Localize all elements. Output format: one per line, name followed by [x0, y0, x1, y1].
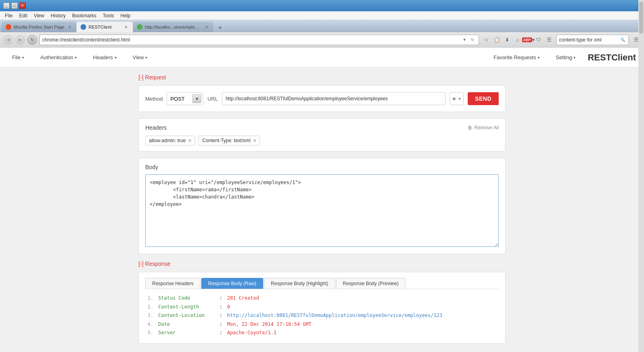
tab-response-body-highlight[interactable]: Response Body (Highlight) — [264, 278, 335, 289]
file-chevron-icon: ▾ — [22, 56, 24, 60]
search-input[interactable] — [559, 37, 619, 43]
tab-response-body-raw[interactable]: Response Body (Raw) — [201, 278, 263, 289]
resp-key-3: Date — [158, 320, 215, 329]
menu-edit[interactable]: Edit — [16, 12, 31, 19]
back-button[interactable]: ◀ — [3, 35, 13, 45]
extra-icon-2[interactable]: ☰ — [544, 35, 554, 45]
nav-setting[interactable]: Setting ▾ — [552, 52, 580, 63]
close-button[interactable]: ✕ — [19, 2, 26, 9]
menu-help[interactable]: Help — [117, 12, 134, 19]
menu-bookmarks[interactable]: Bookmarks — [69, 12, 99, 19]
window-controls: _ □ ✕ — [3, 2, 26, 9]
reload-button[interactable]: ↻ — [27, 35, 37, 45]
forward-button[interactable]: ▶ — [15, 35, 25, 45]
menu-history[interactable]: History — [47, 12, 69, 19]
bookmark-star-icon[interactable]: ☆ — [481, 35, 491, 45]
setting-chevron-icon: ▾ — [574, 56, 576, 60]
tab-url-label: http://localho...vice/employees — [145, 25, 201, 29]
tab-restclient-close[interactable]: ✕ — [123, 24, 129, 30]
header-tag-1: Content-Type: text/xml ✕ — [198, 136, 260, 145]
resp-num-1: 2. — [145, 303, 153, 312]
menu-tools[interactable]: Tools — [99, 12, 117, 19]
reload-icon[interactable]: ↻ — [469, 36, 476, 43]
search-bar[interactable]: 🔍 — [556, 35, 629, 45]
method-select-wrap[interactable]: POST GET PUT DELETE ▼ — [167, 92, 203, 105]
tab-add-button[interactable]: + — [215, 23, 225, 32]
scrollbar[interactable] — [638, 0, 644, 350]
firefox-icon — [6, 24, 11, 30]
response-line-4: 5. Server : Apache-Coyote/1.1 — [145, 329, 499, 338]
tab-restclient[interactable]: RESTClient ✕ — [76, 22, 133, 32]
header-tag-0-close[interactable]: ✕ — [188, 138, 192, 143]
url-field[interactable] — [222, 92, 446, 105]
resp-num-3: 4. — [145, 320, 153, 329]
tab-response-body-preview[interactable]: Response Body (Preview) — [336, 278, 406, 289]
resp-key-0: Status Code — [158, 294, 215, 303]
resp-val-1: 0 — [227, 303, 230, 312]
url-actions: ▼ ↻ — [461, 36, 476, 43]
resp-num-0: 1. — [145, 294, 153, 303]
search-icon[interactable]: 🔍 — [619, 36, 626, 43]
favorite-star-icon[interactable]: ★ — [452, 95, 457, 102]
app-header: File ▾ Authentication ▾ Headers ▾ View ▾… — [0, 48, 644, 68]
tab-url-close[interactable]: ✕ — [204, 24, 209, 30]
url-bar[interactable]: ▼ ↻ — [39, 35, 479, 45]
resp-sep-2: : — [219, 311, 222, 320]
url-input[interactable] — [42, 37, 461, 43]
tab-restclient-label: RESTClient — [89, 25, 111, 29]
menu-file[interactable]: File — [2, 12, 16, 19]
body-textarea[interactable]: <employee id="1" uri="/employeeService/e… — [145, 174, 499, 247]
header-tag-1-value: Content-Type: text/xml — [202, 138, 250, 143]
response-tabs: Response Headers Response Body (Raw) Res… — [145, 278, 499, 289]
tab-url[interactable]: http://localho...vice/employees ✕ — [133, 22, 213, 32]
auth-chevron-icon: ▾ — [75, 56, 77, 60]
request-section-header: [-] Request — [138, 74, 506, 81]
scrollbar-thumb[interactable] — [639, 2, 643, 34]
nav-view[interactable]: View ▾ — [129, 52, 152, 63]
header-tag-0-value: allow-admin: true — [149, 138, 186, 143]
tab-firefox[interactable]: Mozilla Firefox Start Page ✕ — [2, 22, 76, 32]
menu-view[interactable]: View — [31, 12, 47, 19]
maximize-button[interactable]: □ — [11, 2, 18, 9]
download-icon[interactable]: ⬇ — [502, 35, 512, 45]
extra-icon-1[interactable]: 🛡 — [534, 35, 543, 45]
resp-val-3: Mon, 22 Dec 2014 17:18:54 GMT — [227, 320, 312, 329]
address-bar: ◀ ▶ ↻ ▼ ↻ ☆ 📋 ⬇ ⌂ ABP▾ 🛡 ☰ 🔍 ☰ — [0, 32, 644, 48]
response-line-2: 3. Content-Location : http://localhost:8… — [145, 311, 499, 320]
reading-list-icon[interactable]: 📋 — [492, 35, 502, 45]
response-collapse-icon[interactable]: [-] — [138, 261, 143, 267]
method-select[interactable]: POST GET PUT DELETE — [170, 96, 192, 102]
response-line-1: 2. Content-Length : 0 — [145, 303, 499, 312]
send-button[interactable]: SEND — [468, 92, 499, 105]
headers-panel: Headers 🗑 Remove All allow-admin: true ✕… — [138, 118, 506, 151]
url-dropdown-icon[interactable]: ▼ — [461, 36, 468, 43]
trash-icon: 🗑 — [468, 125, 473, 130]
response-panel: Response Headers Response Body (Raw) Res… — [138, 272, 506, 344]
response-section-header: [-] Response — [138, 261, 506, 267]
nav-headers[interactable]: Headers ▾ — [89, 52, 120, 63]
view-chevron-icon: ▾ — [145, 56, 147, 60]
resp-num-2: 3. — [145, 311, 153, 320]
nav-authentication[interactable]: Authentication ▾ — [36, 52, 81, 63]
minimize-button[interactable]: _ — [3, 2, 10, 9]
resp-sep-3: : — [219, 320, 222, 329]
resp-val-2: http://localhost:8081/RESTfulDemoApplica… — [227, 311, 442, 320]
request-collapse-icon[interactable]: [-] — [138, 74, 143, 81]
url-fav-wrap[interactable]: ★ ▼ — [450, 92, 464, 105]
response-line-3: 4. Date : Mon, 22 Dec 2014 17:18:54 GMT — [145, 320, 499, 329]
header-tag-1-close[interactable]: ✕ — [253, 138, 256, 143]
resp-key-2: Content-Location — [158, 311, 215, 320]
nav-favorite-requests[interactable]: Favorite Requests ▾ — [489, 52, 544, 63]
resp-val-0: 201 Created — [227, 294, 259, 303]
remove-all-button[interactable]: 🗑 Remove All — [468, 125, 499, 130]
toolbar-icons: ☆ 📋 ⬇ ⌂ ABP▾ 🛡 ☰ — [481, 35, 554, 45]
tab-response-headers[interactable]: Response Headers — [145, 278, 200, 289]
favorite-dropdown-icon[interactable]: ▼ — [458, 97, 462, 101]
tab-firefox-close[interactable]: ✕ — [67, 24, 72, 30]
menu-bar: File Edit View History Bookmarks Tools H… — [0, 11, 644, 20]
method-dropdown-button[interactable]: ▼ — [192, 94, 201, 103]
adblock-icon[interactable]: ABP▾ — [523, 35, 533, 45]
home-icon[interactable]: ⌂ — [513, 35, 522, 45]
tabs-bar: Mozilla Firefox Start Page ✕ RESTClient … — [0, 20, 644, 32]
nav-file[interactable]: File ▾ — [8, 52, 28, 63]
